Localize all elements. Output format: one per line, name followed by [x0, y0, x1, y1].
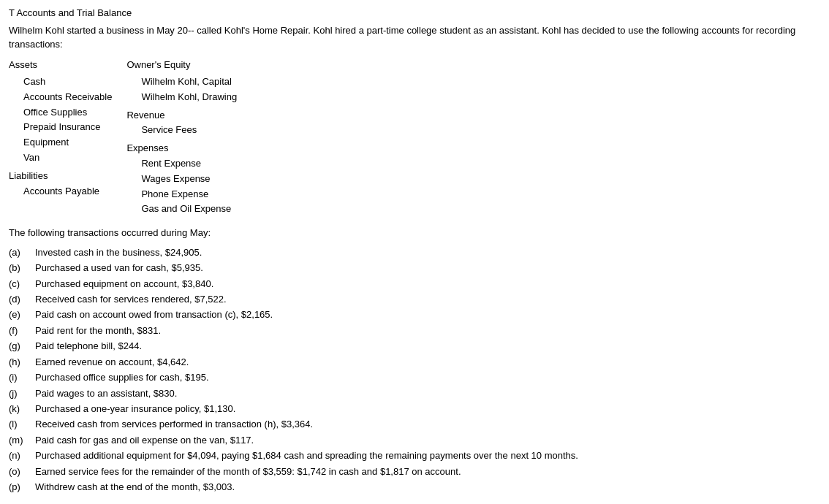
transaction-n: (n) Purchased additional equipment for $…	[9, 448, 820, 463]
equity-column: Owner's Equity Wilhelm Kohl, Capital Wil…	[126, 58, 251, 218]
transaction-l-label: (l)	[9, 416, 29, 432]
assets-equipment: Equipment	[9, 135, 112, 150]
transaction-l: (l) Received cash from services performe…	[9, 416, 820, 432]
transaction-j: (j) Paid wages to an assistant, $830.	[9, 386, 820, 401]
transactions-header: The following transactions occurred duri…	[9, 226, 820, 240]
transaction-e: (e) Paid cash on account owed from trans…	[9, 307, 820, 322]
transaction-d-label: (d)	[9, 291, 29, 307]
assets-supplies: Office Supplies	[9, 105, 112, 121]
transaction-d: (d) Received cash for services rendered,…	[9, 291, 820, 307]
transaction-n-label: (n)	[9, 448, 29, 463]
intro-text: Wilhelm Kohl started a business in May 2…	[9, 23, 820, 52]
expenses-rent: Rent Expense	[126, 156, 237, 172]
transaction-a: (a) Invested cash in the business, $24,9…	[9, 245, 820, 260]
transaction-f-label: (f)	[9, 323, 29, 338]
page-title: T Accounts and Trial Balance	[9, 6, 820, 20]
transaction-h-label: (h)	[9, 354, 29, 370]
transaction-i-label: (i)	[9, 370, 29, 385]
assets-column: Assets Cash Accounts Receivable Office S…	[9, 58, 126, 218]
transaction-j-text: Paid wages to an assistant, $830.	[35, 386, 820, 401]
transaction-p-text: Withdrew cash at the end of the month, $…	[35, 479, 820, 495]
transaction-c-text: Purchased equipment on account, $3,840.	[35, 276, 820, 291]
revenue-header: Revenue	[126, 108, 237, 123]
transaction-e-text: Paid cash on account owed from transacti…	[35, 307, 820, 322]
transaction-o-label: (o)	[9, 464, 29, 479]
liabilities-header: Liabilities	[9, 169, 112, 184]
assets-insurance: Prepaid Insurance	[9, 120, 112, 135]
transaction-c: (c) Purchased equipment on account, $3,8…	[9, 276, 820, 291]
transaction-m-text: Paid cash for gas and oil expense on the…	[35, 432, 820, 448]
transaction-c-label: (c)	[9, 276, 29, 291]
transaction-o-text: Earned service fees for the remainder of…	[35, 464, 820, 479]
accounts-section: Assets Cash Accounts Receivable Office S…	[9, 58, 820, 218]
transaction-b: (b) Purchased a used van for cash, $5,93…	[9, 260, 820, 275]
transaction-j-label: (j)	[9, 386, 29, 401]
transaction-a-label: (a)	[9, 245, 29, 260]
assets-cash: Cash	[9, 75, 112, 90]
transaction-k-label: (k)	[9, 401, 29, 416]
assets-ar: Accounts Receivable	[9, 90, 112, 105]
expenses-header: Expenses	[126, 141, 237, 156]
transaction-k: (k) Purchased a one-year insurance polic…	[9, 401, 820, 416]
expenses-wages: Wages Expense	[126, 172, 237, 187]
equity-capital: Wilhelm Kohl, Capital	[126, 75, 237, 90]
transaction-p: (p) Withdrew cash at the end of the mont…	[9, 479, 820, 495]
transaction-h: (h) Earned revenue on account, $4,642.	[9, 354, 820, 370]
transaction-m-label: (m)	[9, 432, 29, 448]
transaction-f: (f) Paid rent for the month, $831.	[9, 323, 820, 338]
transaction-b-label: (b)	[9, 260, 29, 275]
expenses-gas: Gas and Oil Expense	[126, 202, 237, 217]
equity-header: Owner's Equity	[126, 58, 237, 72]
transaction-i: (i) Purchased office supplies for cash, …	[9, 370, 820, 385]
transaction-l-text: Received cash from services performed in…	[35, 416, 820, 432]
liabilities-ap: Accounts Payable	[9, 184, 112, 199]
expenses-phone: Phone Expense	[126, 187, 237, 202]
transaction-n-text: Purchased additional equipment for $4,09…	[35, 448, 820, 463]
transaction-e-label: (e)	[9, 307, 29, 322]
equity-drawing: Wilhelm Kohl, Drawing	[126, 90, 237, 105]
assets-header: Assets	[9, 58, 112, 72]
transaction-g-text: Paid telephone bill, $244.	[35, 338, 820, 354]
revenue-service-fees: Service Fees	[126, 123, 237, 138]
transaction-a-text: Invested cash in the business, $24,905.	[35, 245, 820, 260]
transaction-p-label: (p)	[9, 479, 29, 495]
transaction-o: (o) Earned service fees for the remainde…	[9, 464, 820, 479]
transaction-d-text: Received cash for services rendered, $7,…	[35, 291, 820, 307]
transactions-list: (a) Invested cash in the business, $24,9…	[9, 245, 820, 495]
transaction-f-text: Paid rent for the month, $831.	[35, 323, 820, 338]
transaction-g: (g) Paid telephone bill, $244.	[9, 338, 820, 354]
assets-van: Van	[9, 150, 112, 166]
transaction-i-text: Purchased office supplies for cash, $195…	[35, 370, 820, 385]
transaction-g-label: (g)	[9, 338, 29, 354]
transaction-h-text: Earned revenue on account, $4,642.	[35, 354, 820, 370]
transaction-b-text: Purchased a used van for cash, $5,935.	[35, 260, 820, 275]
transaction-k-text: Purchased a one-year insurance policy, $…	[35, 401, 820, 416]
transaction-m: (m) Paid cash for gas and oil expense on…	[9, 432, 820, 448]
